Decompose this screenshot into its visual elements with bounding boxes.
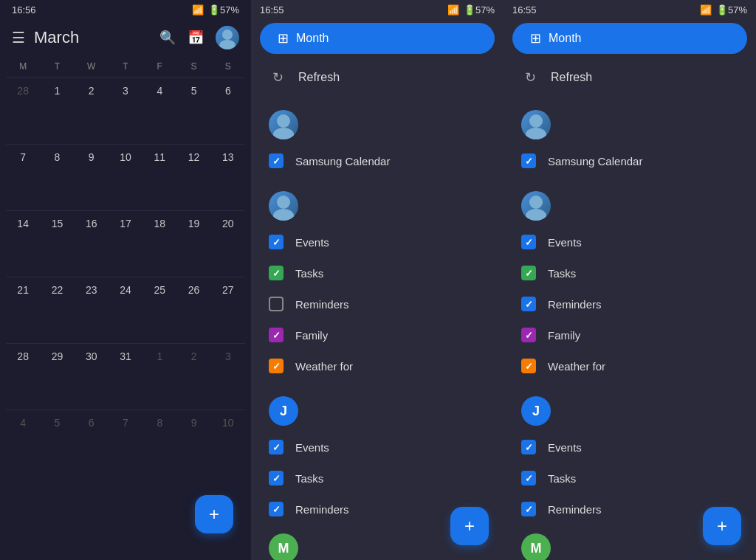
cal-cell-21[interactable]: 21 (6, 277, 40, 343)
right-weather-checkbox: ✓ (521, 359, 536, 373)
right-tasks-item[interactable]: ✓ Tasks (504, 257, 756, 288)
right-family-item[interactable]: ✓ Family (504, 319, 756, 350)
right-month-view-button[interactable]: ⊞ Month (512, 23, 747, 54)
right-j-tasks-item[interactable]: ✓ Tasks (504, 463, 756, 494)
menu-icon[interactable]: ☰ (12, 29, 25, 46)
menu-top-bar: 16:55 📶 🔋57% (251, 0, 504, 17)
cal-cell-15[interactable]: 15 (40, 210, 74, 277)
cal-cell-6[interactable]: 6 (211, 77, 245, 144)
search-icon[interactable]: 🔍 (159, 30, 176, 46)
cal-cell-8[interactable]: 8 (40, 144, 74, 210)
status-bar: 16:56 📶 🔋57% (0, 0, 251, 17)
cal-cell-1-next[interactable]: 1 (142, 343, 176, 409)
right-family-checkbox: ✓ (521, 328, 536, 342)
cal-cell-12[interactable]: 12 (176, 144, 210, 210)
account2-section (251, 182, 504, 227)
cal-cell-28[interactable]: 28 (6, 343, 40, 409)
samsung-checkbox: ✓ (269, 153, 284, 168)
cal-cell-23[interactable]: 23 (75, 277, 109, 343)
cal-cell-22[interactable]: 22 (40, 277, 74, 343)
cal-cell-28-prev[interactable]: 28 (6, 77, 40, 144)
refresh-icon: ↻ (269, 69, 286, 86)
cal-cell-25[interactable]: 25 (142, 277, 176, 343)
right-tasks-label: Tasks (548, 267, 576, 280)
cal-cell-2-next[interactable]: 2 (176, 343, 210, 409)
cal-cell-2[interactable]: 2 (75, 77, 109, 144)
cal-cell-1[interactable]: 1 (40, 77, 74, 144)
middle-family-item[interactable]: ✓ Family (251, 319, 504, 350)
cal-cell-20[interactable]: 20 (211, 210, 245, 277)
cal-cell-30[interactable]: 30 (75, 343, 109, 409)
cal-cell-24[interactable]: 24 (109, 277, 142, 343)
right-j-events-label: Events (548, 441, 582, 454)
j-avatar: J (269, 396, 298, 426)
right-reminders-item[interactable]: ✓ Reminders (504, 288, 756, 319)
cal-cell-17[interactable]: 17 (109, 210, 142, 277)
cal-cell-29[interactable]: 29 (40, 343, 74, 409)
cal-cell-8-next[interactable]: 8 (142, 409, 176, 476)
right-month-btn-label: Month (549, 32, 581, 45)
cal-cell-19[interactable]: 19 (176, 210, 210, 277)
j-tasks-label: Tasks (295, 472, 323, 485)
day-label-s1: S (176, 58, 210, 75)
cal-cell-27[interactable]: 27 (211, 277, 245, 343)
cal-cell-26[interactable]: 26 (176, 277, 210, 343)
cal-cell-4-next[interactable]: 4 (6, 409, 40, 476)
right-refresh-menu-item[interactable]: ↻ Refresh (504, 60, 756, 95)
m-avatar: M (269, 533, 298, 560)
cal-cell-9[interactable]: 9 (75, 144, 109, 210)
cal-cell-4[interactable]: 4 (142, 77, 176, 144)
middle-events-item[interactable]: ✓ Events (251, 227, 504, 257)
right-events-item[interactable]: ✓ Events (504, 227, 756, 257)
middle-add-fab[interactable]: + (450, 507, 489, 545)
refresh-menu-item[interactable]: ↻ Refresh (251, 60, 504, 95)
right-j-tasks-label: Tasks (548, 472, 576, 485)
cal-cell-16[interactable]: 16 (75, 210, 109, 277)
month-grid-icon: ⊞ (278, 30, 289, 46)
j-reminders-checkbox: ✓ (269, 502, 284, 516)
cal-cell-7-next[interactable]: 7 (109, 409, 142, 476)
cal-cell-18[interactable]: 18 (142, 210, 176, 277)
middle-weather-item[interactable]: ✓ Weather for (251, 350, 504, 381)
middle-reminders-item[interactable]: Reminders (251, 288, 504, 319)
j-tasks-item[interactable]: ✓ Tasks (251, 463, 504, 494)
cal-cell-31[interactable]: 31 (109, 343, 142, 409)
cal-cell-5-next[interactable]: 5 (40, 409, 74, 476)
right-add-fab[interactable]: + (703, 507, 741, 545)
right-reminders-checkbox: ✓ (521, 297, 536, 311)
svg-point-2 (277, 114, 290, 128)
cal-cell-9-next[interactable]: 9 (176, 409, 210, 476)
right-wifi-icon: 📶 (700, 4, 712, 15)
right-j-account-section: J (504, 387, 756, 432)
right-j-events-item[interactable]: ✓ Events (504, 432, 756, 463)
cal-cell-5[interactable]: 5 (176, 77, 210, 144)
samsung-avatar (269, 110, 298, 139)
cal-cell-3[interactable]: 3 (109, 77, 142, 144)
middle-tasks-checkbox: ✓ (269, 266, 284, 280)
calendar-view-icon[interactable]: 📅 (188, 30, 204, 46)
cal-cell-3-next[interactable]: 3 (211, 343, 245, 409)
month-view-button[interactable]: ⊞ Month (260, 23, 495, 54)
add-event-fab[interactable]: + (195, 495, 233, 533)
day-label-t2: T (109, 58, 142, 75)
cal-cell-14[interactable]: 14 (6, 210, 40, 277)
cal-cell-6-next[interactable]: 6 (75, 409, 109, 476)
samsung-calendar-item[interactable]: ✓ Samsung Calendar (251, 145, 504, 176)
cal-cell-13[interactable]: 13 (211, 144, 245, 210)
right-status-icons: 📶 🔋57% (700, 4, 747, 15)
right-reminders-label: Reminders (548, 298, 602, 311)
right-weather-item[interactable]: ✓ Weather for (504, 350, 756, 381)
cal-cell-11[interactable]: 11 (142, 144, 176, 210)
j-events-item[interactable]: ✓ Events (251, 432, 504, 463)
avatar[interactable] (216, 26, 239, 49)
j-tasks-checkbox: ✓ (269, 471, 284, 485)
middle-tasks-item[interactable]: ✓ Tasks (251, 257, 504, 288)
cal-cell-7[interactable]: 7 (6, 144, 40, 210)
cal-cell-10-next[interactable]: 10 (211, 409, 245, 476)
day-label-f: F (142, 58, 176, 75)
right-j-tasks-checkbox: ✓ (521, 471, 536, 485)
cal-cell-10[interactable]: 10 (109, 144, 142, 210)
right-battery-icon: 🔋57% (716, 4, 747, 15)
right-samsung-calendar-item[interactable]: ✓ Samsung Calendar (504, 145, 756, 176)
middle-reminders-label: Reminders (295, 298, 349, 311)
